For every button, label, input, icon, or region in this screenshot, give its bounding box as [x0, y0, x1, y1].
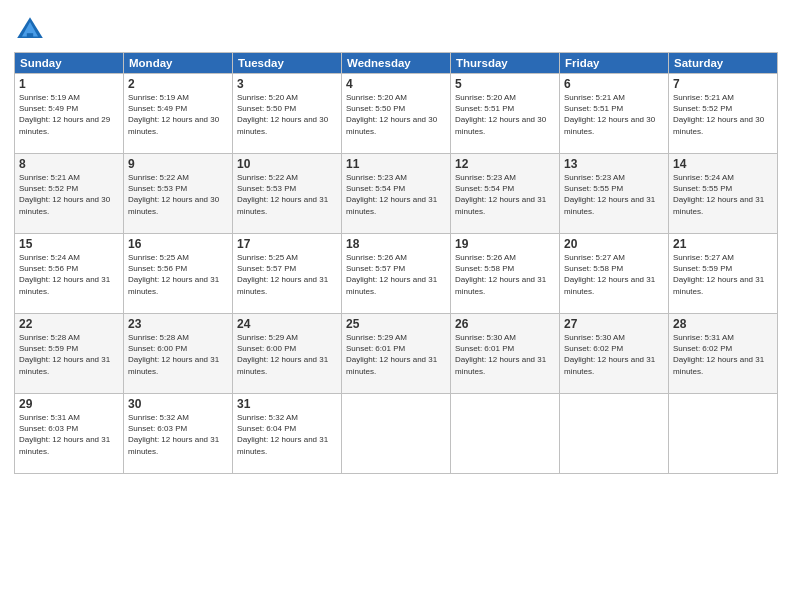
- calendar-week-row: 29 Sunrise: 5:31 AMSunset: 6:03 PMDaylig…: [15, 394, 778, 474]
- calendar-cell: 19 Sunrise: 5:26 AMSunset: 5:58 PMDaylig…: [451, 234, 560, 314]
- day-number: 24: [237, 317, 337, 331]
- day-number: 2: [128, 77, 228, 91]
- calendar-week-row: 15 Sunrise: 5:24 AMSunset: 5:56 PMDaylig…: [15, 234, 778, 314]
- day-number: 8: [19, 157, 119, 171]
- day-info: Sunrise: 5:22 AMSunset: 5:53 PMDaylight:…: [128, 173, 219, 216]
- day-info: Sunrise: 5:25 AMSunset: 5:56 PMDaylight:…: [128, 253, 219, 296]
- day-number: 29: [19, 397, 119, 411]
- day-number: 27: [564, 317, 664, 331]
- calendar-cell: 1 Sunrise: 5:19 AMSunset: 5:49 PMDayligh…: [15, 74, 124, 154]
- calendar-cell: 8 Sunrise: 5:21 AMSunset: 5:52 PMDayligh…: [15, 154, 124, 234]
- logo: [14, 14, 50, 46]
- calendar-cell: 31 Sunrise: 5:32 AMSunset: 6:04 PMDaylig…: [233, 394, 342, 474]
- day-number: 31: [237, 397, 337, 411]
- day-info: Sunrise: 5:21 AMSunset: 5:51 PMDaylight:…: [564, 93, 655, 136]
- calendar-week-row: 1 Sunrise: 5:19 AMSunset: 5:49 PMDayligh…: [15, 74, 778, 154]
- day-number: 7: [673, 77, 773, 91]
- day-info: Sunrise: 5:22 AMSunset: 5:53 PMDaylight:…: [237, 173, 328, 216]
- day-number: 26: [455, 317, 555, 331]
- day-info: Sunrise: 5:27 AMSunset: 5:58 PMDaylight:…: [564, 253, 655, 296]
- weekday-header: Tuesday: [233, 53, 342, 74]
- calendar-cell: 17 Sunrise: 5:25 AMSunset: 5:57 PMDaylig…: [233, 234, 342, 314]
- day-info: Sunrise: 5:32 AMSunset: 6:03 PMDaylight:…: [128, 413, 219, 456]
- calendar-cell: [342, 394, 451, 474]
- calendar-cell: 13 Sunrise: 5:23 AMSunset: 5:55 PMDaylig…: [560, 154, 669, 234]
- svg-rect-2: [27, 33, 33, 38]
- day-number: 11: [346, 157, 446, 171]
- calendar-cell: 7 Sunrise: 5:21 AMSunset: 5:52 PMDayligh…: [669, 74, 778, 154]
- calendar-cell: 2 Sunrise: 5:19 AMSunset: 5:49 PMDayligh…: [124, 74, 233, 154]
- calendar-cell: 5 Sunrise: 5:20 AMSunset: 5:51 PMDayligh…: [451, 74, 560, 154]
- day-info: Sunrise: 5:24 AMSunset: 5:56 PMDaylight:…: [19, 253, 110, 296]
- day-number: 28: [673, 317, 773, 331]
- day-number: 4: [346, 77, 446, 91]
- calendar-cell: 4 Sunrise: 5:20 AMSunset: 5:50 PMDayligh…: [342, 74, 451, 154]
- calendar-header-row: SundayMondayTuesdayWednesdayThursdayFrid…: [15, 53, 778, 74]
- calendar-cell: 30 Sunrise: 5:32 AMSunset: 6:03 PMDaylig…: [124, 394, 233, 474]
- logo-icon: [14, 14, 46, 46]
- day-info: Sunrise: 5:23 AMSunset: 5:55 PMDaylight:…: [564, 173, 655, 216]
- header: [14, 10, 778, 46]
- calendar-cell: 11 Sunrise: 5:23 AMSunset: 5:54 PMDaylig…: [342, 154, 451, 234]
- day-number: 13: [564, 157, 664, 171]
- day-number: 30: [128, 397, 228, 411]
- calendar-cell: [669, 394, 778, 474]
- day-number: 21: [673, 237, 773, 251]
- calendar-cell: 28 Sunrise: 5:31 AMSunset: 6:02 PMDaylig…: [669, 314, 778, 394]
- day-info: Sunrise: 5:20 AMSunset: 5:50 PMDaylight:…: [346, 93, 437, 136]
- day-number: 9: [128, 157, 228, 171]
- day-info: Sunrise: 5:30 AMSunset: 6:01 PMDaylight:…: [455, 333, 546, 376]
- day-number: 1: [19, 77, 119, 91]
- day-number: 17: [237, 237, 337, 251]
- calendar-week-row: 8 Sunrise: 5:21 AMSunset: 5:52 PMDayligh…: [15, 154, 778, 234]
- calendar-cell: 6 Sunrise: 5:21 AMSunset: 5:51 PMDayligh…: [560, 74, 669, 154]
- weekday-header: Friday: [560, 53, 669, 74]
- day-info: Sunrise: 5:23 AMSunset: 5:54 PMDaylight:…: [455, 173, 546, 216]
- day-info: Sunrise: 5:32 AMSunset: 6:04 PMDaylight:…: [237, 413, 328, 456]
- calendar-cell: 3 Sunrise: 5:20 AMSunset: 5:50 PMDayligh…: [233, 74, 342, 154]
- calendar-cell: 15 Sunrise: 5:24 AMSunset: 5:56 PMDaylig…: [15, 234, 124, 314]
- calendar-cell: 20 Sunrise: 5:27 AMSunset: 5:58 PMDaylig…: [560, 234, 669, 314]
- day-info: Sunrise: 5:30 AMSunset: 6:02 PMDaylight:…: [564, 333, 655, 376]
- day-info: Sunrise: 5:26 AMSunset: 5:57 PMDaylight:…: [346, 253, 437, 296]
- weekday-header: Saturday: [669, 53, 778, 74]
- calendar-cell: 14 Sunrise: 5:24 AMSunset: 5:55 PMDaylig…: [669, 154, 778, 234]
- day-number: 20: [564, 237, 664, 251]
- calendar-cell: 16 Sunrise: 5:25 AMSunset: 5:56 PMDaylig…: [124, 234, 233, 314]
- day-info: Sunrise: 5:19 AMSunset: 5:49 PMDaylight:…: [128, 93, 219, 136]
- day-info: Sunrise: 5:27 AMSunset: 5:59 PMDaylight:…: [673, 253, 764, 296]
- day-info: Sunrise: 5:31 AMSunset: 6:02 PMDaylight:…: [673, 333, 764, 376]
- calendar-cell: 22 Sunrise: 5:28 AMSunset: 5:59 PMDaylig…: [15, 314, 124, 394]
- calendar-cell: [560, 394, 669, 474]
- calendar-cell: 25 Sunrise: 5:29 AMSunset: 6:01 PMDaylig…: [342, 314, 451, 394]
- calendar-cell: 23 Sunrise: 5:28 AMSunset: 6:00 PMDaylig…: [124, 314, 233, 394]
- day-info: Sunrise: 5:26 AMSunset: 5:58 PMDaylight:…: [455, 253, 546, 296]
- day-number: 6: [564, 77, 664, 91]
- calendar-cell: 18 Sunrise: 5:26 AMSunset: 5:57 PMDaylig…: [342, 234, 451, 314]
- calendar-table: SundayMondayTuesdayWednesdayThursdayFrid…: [14, 52, 778, 474]
- calendar-cell: 10 Sunrise: 5:22 AMSunset: 5:53 PMDaylig…: [233, 154, 342, 234]
- day-info: Sunrise: 5:28 AMSunset: 5:59 PMDaylight:…: [19, 333, 110, 376]
- calendar-cell: 9 Sunrise: 5:22 AMSunset: 5:53 PMDayligh…: [124, 154, 233, 234]
- weekday-header: Monday: [124, 53, 233, 74]
- weekday-header: Thursday: [451, 53, 560, 74]
- calendar-cell: 27 Sunrise: 5:30 AMSunset: 6:02 PMDaylig…: [560, 314, 669, 394]
- day-number: 5: [455, 77, 555, 91]
- day-number: 15: [19, 237, 119, 251]
- day-info: Sunrise: 5:23 AMSunset: 5:54 PMDaylight:…: [346, 173, 437, 216]
- day-info: Sunrise: 5:21 AMSunset: 5:52 PMDaylight:…: [673, 93, 764, 136]
- calendar-body: 1 Sunrise: 5:19 AMSunset: 5:49 PMDayligh…: [15, 74, 778, 474]
- day-number: 10: [237, 157, 337, 171]
- calendar-cell: [451, 394, 560, 474]
- calendar-cell: 12 Sunrise: 5:23 AMSunset: 5:54 PMDaylig…: [451, 154, 560, 234]
- calendar-cell: 21 Sunrise: 5:27 AMSunset: 5:59 PMDaylig…: [669, 234, 778, 314]
- day-number: 16: [128, 237, 228, 251]
- day-number: 14: [673, 157, 773, 171]
- day-info: Sunrise: 5:29 AMSunset: 6:00 PMDaylight:…: [237, 333, 328, 376]
- weekday-header: Wednesday: [342, 53, 451, 74]
- calendar-cell: 26 Sunrise: 5:30 AMSunset: 6:01 PMDaylig…: [451, 314, 560, 394]
- day-info: Sunrise: 5:28 AMSunset: 6:00 PMDaylight:…: [128, 333, 219, 376]
- calendar-page: SundayMondayTuesdayWednesdayThursdayFrid…: [0, 0, 792, 612]
- calendar-cell: 29 Sunrise: 5:31 AMSunset: 6:03 PMDaylig…: [15, 394, 124, 474]
- day-number: 18: [346, 237, 446, 251]
